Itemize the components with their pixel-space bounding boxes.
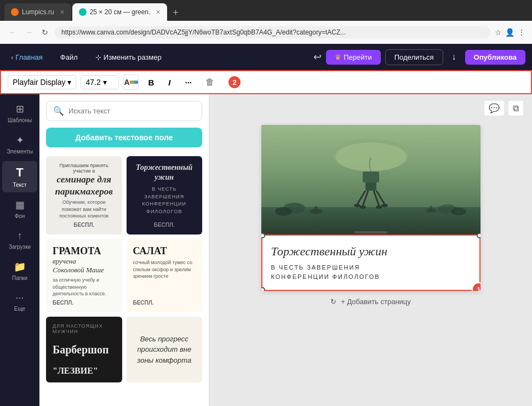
text-search-box[interactable]: 🔍 (46, 101, 202, 121)
text-block[interactable]: Торжественный ужин В ЧЕСТЬ ЗАВЕРШЕНИЯКОН… (261, 235, 480, 291)
template-seminar-badge: БЕСПЛ. (53, 222, 116, 228)
menu-icon[interactable]: ⋮ (518, 28, 525, 37)
canvas-area: 💬 ⧉ (209, 94, 532, 406)
italic-button[interactable]: I (163, 75, 175, 90)
text-block-container: Торжественный ужин В ЧЕСТЬ ЗАВЕРШЕНИЯКОН… (261, 235, 480, 291)
text-search-input[interactable] (68, 107, 195, 115)
comment-button[interactable]: 💬 (484, 101, 504, 116)
template-cert-name: врученаСоколовой Маше (53, 257, 116, 275)
bookmark-icon[interactable]: ☆ (495, 28, 502, 37)
tab-canva-close[interactable]: ✕ (156, 9, 161, 16)
text-icon: T (16, 165, 23, 180)
canvas-subtitle-text: В ЧЕСТЬ ЗАВЕРШЕНИЯКОНФЕРЕНЦИИ ФИЛОЛОГОВ (271, 263, 471, 281)
publish-button[interactable]: Опубликова (465, 50, 525, 65)
svg-rect-18 (430, 205, 432, 211)
search-icon: 🔍 (53, 106, 64, 116)
duplicate-button[interactable]: ⧉ (508, 101, 523, 116)
forward-button[interactable]: → (23, 27, 35, 38)
svg-rect-4 (363, 171, 379, 182)
template-seminar-sub: Обучение, которое поможет вам найти пост… (53, 199, 116, 220)
templates-icon: ⊞ (16, 103, 24, 115)
resize-handle-tl[interactable] (261, 233, 265, 238)
sidebar: ⊞ Шаблоны ✦ Элементы T Текст ▦ Фон ↑ Заг… (0, 94, 39, 406)
svg-rect-5 (365, 182, 376, 191)
template-card-salat[interactable]: САЛАТ сочный молодой тумес со спелым окс… (127, 239, 203, 312)
tab-canva[interactable]: 25 × 20 см — green. ✕ (72, 3, 168, 21)
font-dropdown-icon: ▾ (67, 78, 71, 87)
tab-lumpics-close[interactable]: ✕ (60, 9, 65, 16)
resize-handle-tr[interactable] (477, 233, 480, 238)
svg-point-3 (335, 142, 407, 171)
template-dinner-badge: БЕСПЛ. (133, 222, 196, 228)
font-size-label: 47.2 (85, 78, 100, 87)
font-name-label: Playfair Display (13, 78, 65, 87)
template-barber-sub: "ЛЕЗВИЕ" (53, 366, 116, 376)
svg-point-11 (359, 205, 366, 209)
template-dinner-title: Торжественный ужин (133, 163, 196, 182)
resize-icon: ⊹ (95, 53, 101, 61)
annotation-2-badge: 2 (227, 75, 242, 89)
font-size-dropdown-icon: ▾ (103, 78, 107, 87)
resize-handle-bl[interactable] (261, 287, 265, 291)
share-button[interactable]: Поделиться (385, 49, 443, 65)
template-salat-sub: сочный молодой тумес со спелым оксфор и … (133, 259, 196, 280)
template-card-certificate[interactable]: ГРАМОТА врученаСоколовой Маше за отличну… (46, 239, 122, 312)
sidebar-item-uploads[interactable]: ↑ Загрузки (2, 226, 37, 254)
template-salat-title: САЛАТ (133, 245, 196, 257)
add-page-bar[interactable]: ↻ + Добавить страницу (261, 291, 480, 312)
canvas-title-text: Торжественный ужин (271, 244, 471, 259)
sidebar-item-background[interactable]: ▦ Фон (2, 195, 37, 224)
sidebar-item-folders[interactable]: 📁 Папки (2, 256, 37, 285)
template-card-barber[interactable]: ДЛЯ НАСТОЯЩИХ МУЖЧИН Барбершоп "ЛЕЗВИЕ" (46, 317, 122, 382)
template-cert-sub: за отличную учебу и общественную деятель… (53, 277, 116, 298)
font-toolbar: Playfair Display ▾ 47.2 ▾ A B I ··· 🗑 2 (0, 70, 532, 94)
sidebar-item-elements[interactable]: ✦ Элементы (2, 130, 37, 159)
profile-icon[interactable]: 👤 (505, 28, 514, 37)
svg-point-21 (275, 207, 291, 216)
sidebar-item-text-label: Текст (13, 182, 26, 188)
refresh-button[interactable]: ↻ (39, 27, 50, 38)
sidebar-item-templates[interactable]: ⊞ Шаблоны (2, 99, 37, 128)
home-button[interactable]: ‹ Главная (7, 51, 47, 64)
add-text-field-button[interactable]: Добавить текстовое поле (46, 128, 202, 147)
tab-lumpics-label: Lumpics.ru (22, 8, 54, 16)
sidebar-item-templates-label: Шаблоны (8, 117, 32, 123)
font-family-selector[interactable]: Playfair Display ▾ (8, 75, 76, 89)
tab-lumpics[interactable]: Lumpics.ru ✕ (4, 3, 71, 21)
template-card-seminar[interactable]: Приглашаем принять участие в семинаре дл… (46, 156, 122, 235)
sidebar-item-text[interactable]: T Текст (2, 161, 37, 192)
address-input[interactable] (55, 26, 490, 38)
delete-text-button[interactable]: 🗑 (201, 75, 219, 89)
file-button[interactable]: Файл (56, 51, 82, 64)
download-button[interactable]: ↓ (448, 49, 461, 65)
color-swatch (130, 81, 139, 84)
more-options-button[interactable]: ··· (180, 75, 197, 90)
text-color-button[interactable]: A (123, 75, 139, 90)
template-dinner-sub: В ЧЕСТЬ ЗАВЕРШЕНИЯ КОНФЕРЕНЦИИ ФИЛОЛОГОВ (133, 186, 196, 215)
template-cert-title: ГРАМОТА (53, 245, 116, 257)
bold-button[interactable]: B (143, 75, 159, 90)
main-layout: ⊞ Шаблоны ✦ Элементы T Текст ▦ Фон ↑ Заг… (0, 94, 532, 406)
template-card-progress[interactable]: Весь прогресс происходит вне зоны комфор… (127, 317, 203, 382)
undo-button[interactable]: ↩ (313, 51, 322, 63)
scifi-svg (261, 125, 480, 235)
sidebar-item-more[interactable]: ··· Еще (2, 288, 37, 316)
canva-favicon (79, 8, 87, 16)
sidebar-item-uploads-label: Загрузки (9, 244, 31, 250)
font-size-selector[interactable]: 47.2 ▾ (81, 75, 119, 89)
more-icon: ··· (15, 292, 24, 304)
drag-handle[interactable] (354, 231, 387, 233)
go-button[interactable]: ♛ Перейти (326, 50, 381, 65)
app-header: ‹ Главная Файл ⊹ Изменить размер ↩ ♛ Пер… (0, 44, 532, 70)
svg-rect-16 (314, 206, 318, 213)
sidebar-item-more-label: Еще (14, 306, 25, 312)
resize-button[interactable]: ⊹ Изменить размер (91, 51, 166, 64)
template-grid: Приглашаем принять участие в семинаре дл… (46, 156, 202, 382)
tab-canva-label: 25 × 20 см — green. (90, 8, 151, 16)
canvas-card: Торжественный ужин В ЧЕСТЬ ЗАВЕРШЕНИЯКОН… (261, 125, 480, 291)
svg-point-22 (451, 208, 466, 215)
back-button[interactable]: ← (7, 27, 19, 38)
template-card-dinner[interactable]: Торжественный ужин В ЧЕСТЬ ЗАВЕРШЕНИЯ КО… (127, 156, 203, 235)
new-tab-button[interactable]: + (168, 5, 183, 21)
uploads-icon: ↑ (18, 230, 22, 242)
